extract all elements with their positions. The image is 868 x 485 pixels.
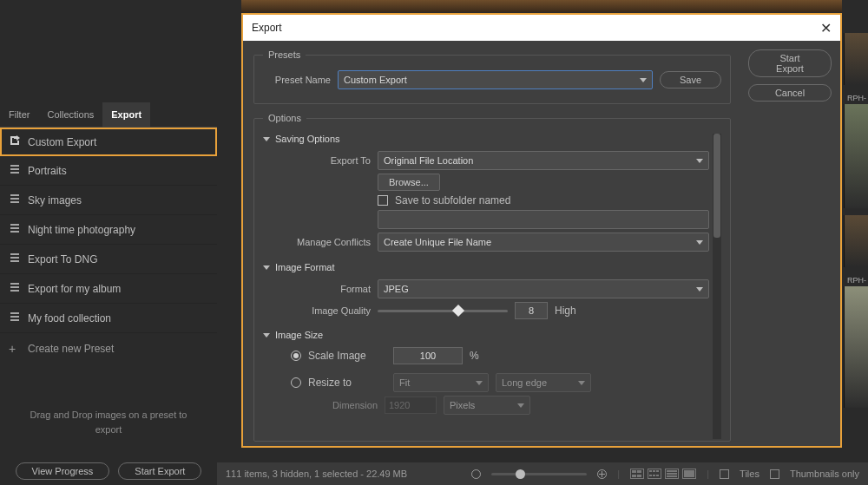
right-thumbnails: RPH- RPH- [844, 0, 868, 451]
preset-item-portraits[interactable]: Portraits [0, 156, 217, 186]
tab-filter[interactable]: Filter [0, 102, 38, 127]
format-label: Format [273, 284, 371, 294]
quality-text: High [555, 305, 576, 317]
preset-label: Night time photography [28, 224, 135, 236]
options-scrollbar[interactable] [713, 134, 721, 439]
zoom-in-icon[interactable] [597, 469, 607, 479]
fit-value: Fit [399, 377, 410, 388]
subfolder-input[interactable] [378, 210, 709, 229]
image-format-header[interactable]: Image Format [263, 262, 709, 272]
preset-item-food[interactable]: My food collection [0, 304, 217, 333]
left-start-export-button[interactable]: Start Export [118, 462, 201, 480]
export-to-select[interactable]: Original File Location [378, 151, 709, 170]
preset-item-dng[interactable]: Export To DNG [0, 245, 217, 274]
save-preset-button[interactable]: Save [660, 71, 721, 88]
preset-name-label: Preset Name [263, 75, 331, 85]
preset-label: Export for my album [28, 283, 121, 295]
scale-label: Scale Image [308, 350, 386, 362]
scale-unit: % [470, 350, 479, 362]
zoom-out-icon[interactable] [471, 469, 481, 479]
tiles-checkbox[interactable] [720, 469, 729, 479]
image-size-header[interactable]: Image Size [263, 330, 709, 340]
view-progress-button[interactable]: View Progress [16, 462, 110, 480]
list-icon [9, 163, 21, 178]
resize-radio[interactable] [291, 377, 301, 388]
list-icon [9, 222, 21, 237]
left-tabs: Filter Collections Export [0, 102, 217, 128]
presets-section: Presets Preset Name Custom Export Save [253, 49, 731, 104]
resize-label: Resize to [308, 377, 386, 389]
preset-item-custom-export[interactable]: Custom Export [0, 128, 217, 156]
options-section: Options Saving Options Export To Origina… [253, 113, 731, 442]
view-list[interactable] [665, 469, 679, 479]
export-to-label: Export To [273, 155, 371, 166]
preset-item-sky[interactable]: Sky images [0, 186, 217, 215]
scale-radio[interactable] [291, 351, 301, 361]
presets-legend: Presets [263, 49, 306, 60]
view-grid-small[interactable] [648, 469, 661, 479]
edge-select[interactable]: Long edge [496, 373, 591, 392]
dialog-action-column: Start Export Cancel [748, 49, 840, 446]
chevron-down-icon [696, 159, 703, 163]
export-to-value: Original File Location [384, 155, 473, 166]
export-dialog: Export ✕ Presets Preset Name Custom Expo… [241, 13, 842, 448]
chevron-down-icon [263, 333, 270, 338]
view-mode-group [630, 469, 696, 479]
preset-name-select[interactable]: Custom Export [338, 70, 653, 89]
thumbnail[interactable] [844, 286, 868, 408]
dialog-titlebar: Export ✕ [243, 15, 840, 41]
saving-options-header[interactable]: Saving Options [263, 134, 709, 144]
dimension-unit-select[interactable]: Pixels [444, 396, 530, 415]
saving-options-label: Saving Options [275, 134, 340, 144]
quality-label: Image Quality [273, 305, 371, 316]
scale-input[interactable] [393, 347, 463, 364]
preset-label: Export To DNG [28, 253, 97, 265]
thumbnail[interactable] [844, 33, 868, 85]
manage-conflicts-value: Create Unique File Name [384, 237, 491, 247]
create-preset-button[interactable]: + Create new Preset [0, 333, 217, 364]
list-icon [9, 311, 21, 325]
status-bar: 111 items, 3 hidden, 1 selected - 22.49 … [217, 462, 868, 485]
status-text: 111 items, 3 hidden, 1 selected - 22.49 … [226, 469, 407, 479]
zoom-slider[interactable] [491, 473, 587, 475]
cancel-button[interactable]: Cancel [748, 84, 832, 102]
image-format-label: Image Format [275, 262, 334, 272]
options-legend: Options [263, 113, 306, 123]
left-panel: Filter Collections Export Custom Export … [0, 0, 217, 485]
preset-item-night[interactable]: Night time photography [0, 215, 217, 245]
subfolder-checkbox[interactable] [378, 195, 388, 206]
thumbnail-label: RPH- [844, 92, 868, 104]
quality-slider[interactable] [378, 310, 508, 312]
start-export-button[interactable]: Start Export [748, 49, 832, 77]
format-value: JPEG [384, 284, 409, 294]
preset-name-value: Custom Export [344, 75, 407, 85]
dimension-input[interactable] [385, 397, 437, 414]
list-icon [9, 281, 21, 296]
thumbnail-label: RPH- [844, 274, 868, 286]
tab-export[interactable]: Export [102, 102, 150, 127]
image-size-label: Image Size [275, 330, 323, 340]
chevron-down-icon [696, 287, 703, 292]
view-single[interactable] [682, 469, 696, 479]
view-grid-large[interactable] [630, 469, 644, 479]
dimension-unit-value: Pixels [450, 400, 475, 410]
chevron-down-icon [263, 137, 270, 141]
thumbnail[interactable] [844, 215, 868, 267]
chevron-down-icon [578, 381, 585, 385]
browse-button[interactable]: Browse... [378, 174, 440, 191]
list-icon [9, 193, 21, 207]
format-select[interactable]: JPEG [378, 279, 709, 298]
subfolder-label: Save to subfolder named [395, 194, 510, 206]
preset-label: Portraits [28, 165, 67, 177]
thumbs-only-checkbox[interactable] [770, 469, 779, 479]
chevron-down-icon [640, 78, 647, 82]
thumbnail[interactable] [844, 104, 868, 208]
fit-select[interactable]: Fit [393, 373, 489, 392]
close-icon[interactable]: ✕ [820, 20, 832, 36]
dimension-label: Dimension [273, 400, 378, 410]
manage-conflicts-select[interactable]: Create Unique File Name [378, 233, 709, 252]
quality-input[interactable] [515, 302, 548, 319]
preset-item-album[interactable]: Export for my album [0, 274, 217, 304]
tab-collections[interactable]: Collections [38, 102, 102, 127]
export-icon [9, 134, 21, 149]
